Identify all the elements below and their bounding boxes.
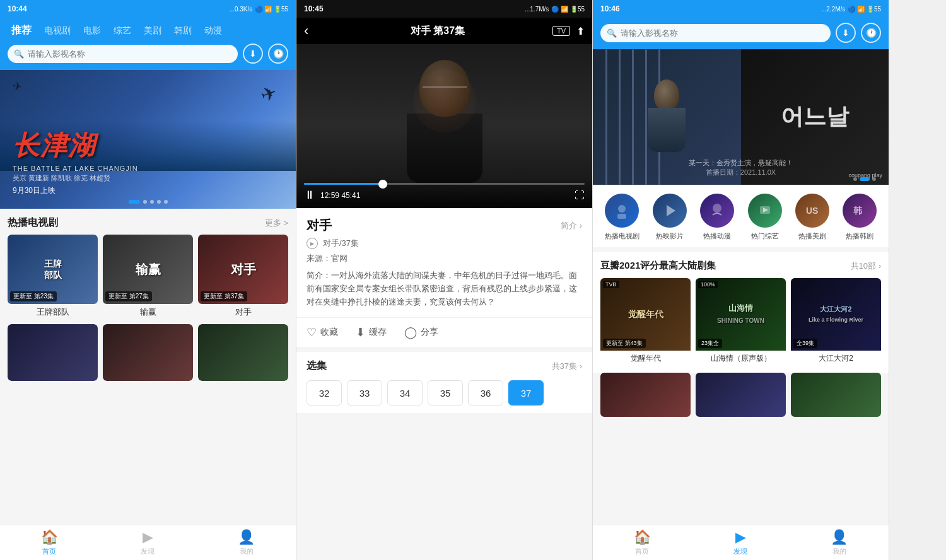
tv-card-wangpai[interactable]: 王牌 部队 更新至 第23集 王牌部队: [8, 235, 98, 319]
ep-btn-32[interactable]: 32: [307, 380, 342, 405]
home-icon-1: 🏠: [41, 529, 58, 545]
tab-variety[interactable]: 综艺: [107, 23, 137, 39]
status-bar-1: 10:44 ...0.3K/s 🔵 📶 🔋55: [0, 0, 296, 18]
profile-icon-1: 👤: [238, 529, 255, 545]
nav-profile-1[interactable]: 👤 我的: [197, 529, 296, 556]
nav-discover-label-3: 发现: [733, 547, 747, 556]
tv-card-duishou[interactable]: 对手 更新至 第37集 对手: [198, 235, 288, 319]
nav-home-1[interactable]: 🏠 首页: [0, 529, 98, 556]
progress-fill: [304, 183, 383, 185]
fullscreen-button[interactable]: ⛶: [575, 190, 585, 201]
panel2-scroll: 对手 简介 › ▶ 对手/37集 来源：官网 简介：一对从海外流落大陆的间谍夫妻…: [296, 208, 592, 560]
panel-home: 10:44 ...0.3K/s 🔵 📶 🔋55 推荐 电视剧 电影 综艺 美剧 …: [0, 0, 296, 560]
b3-dot-2: [860, 177, 870, 181]
source-from-row: 来源：官网: [307, 253, 582, 264]
korean-title: 어느날: [781, 102, 849, 132]
more-card-1[interactable]: [600, 373, 691, 417]
ep-btn-33[interactable]: 33: [347, 380, 382, 405]
tab-anime[interactable]: 动漫: [198, 23, 228, 39]
douban-grid: 觉醒年代 TVB 更新至 第43集 觉醒年代 山海情SHINING TOWN 1…: [600, 278, 881, 365]
home-icon-3: 🏠: [634, 529, 651, 545]
douban-badge-2: 100%: [698, 281, 718, 288]
cat-item-3[interactable]: 热播动漫: [700, 194, 734, 241]
hot-tv-title: 热播电视剧: [8, 216, 58, 230]
more-card-2[interactable]: [696, 373, 786, 417]
history-btn-3[interactable]: 🕐: [861, 23, 881, 43]
search-icon-3: 🔍: [607, 28, 617, 38]
douban-count[interactable]: 共10部 ›: [851, 260, 881, 272]
cat-item-2[interactable]: 热映影片: [653, 194, 687, 241]
search-input-1[interactable]: [8, 45, 238, 63]
back-button[interactable]: ‹: [304, 23, 323, 39]
hot-tv-header: 热播电视剧 更多 >: [0, 209, 296, 235]
status-bar-3: 10:46 ...2.2M/s 🔵 📶 🔋55: [593, 0, 889, 18]
tab-tv[interactable]: 电视剧: [38, 23, 77, 39]
jiangjie-link[interactable]: 简介 ›: [561, 220, 582, 231]
hot-tv-more[interactable]: 更多 >: [265, 218, 288, 229]
douban-header: 豆瓣2021评分最高大陆剧集 共10部 ›: [600, 260, 881, 272]
nav-discover-label-1: 发现: [141, 547, 155, 556]
banner-1[interactable]: ✈ ✈ 长津湖 THE BATTLE AT LAKE CHANGJIN 吴京 黄…: [0, 70, 296, 209]
douban-card-2[interactable]: 山海情SHINING TOWN 100% 23集全 山海情（原声版）: [696, 278, 786, 365]
status-icons-2: ...1.7M/s 🔵 📶 🔋55: [525, 6, 585, 13]
tab-kr-drama[interactable]: 韩剧: [168, 23, 198, 39]
svg-rect-1: [617, 214, 626, 219]
history-btn-1[interactable]: 🕐: [268, 44, 288, 64]
ep-btn-37[interactable]: 37: [508, 380, 544, 405]
download-btn-1[interactable]: ⬇: [243, 44, 263, 64]
source-from: 来源：官网: [307, 253, 347, 264]
nav-profile-3[interactable]: 👤 我的: [790, 529, 889, 556]
douban-section: 豆瓣2021评分最高大陆剧集 共10部 › 觉醒年代 TVB 更新至 第43集 …: [593, 252, 889, 373]
douban-card-1[interactable]: 觉醒年代 TVB 更新至 第43集 觉醒年代: [600, 278, 691, 365]
video-area[interactable]: ⏸ 12:59 45:41 ⛶: [296, 44, 592, 208]
panel1-scroll: ✈ ✈ 长津湖 THE BATTLE AT LAKE CHANGJIN 吴京 黄…: [0, 70, 296, 525]
p3-search-row: 🔍 ⬇ 🕐: [600, 23, 881, 43]
ep-btn-34[interactable]: 34: [387, 380, 423, 405]
cat-item-1[interactable]: 热播电视剧: [605, 194, 639, 241]
nav-profile-label-3: 我的: [832, 547, 846, 556]
panel-discover: 10:46 ...2.2M/s 🔵 📶 🔋55 🔍 ⬇ 🕐: [593, 0, 889, 560]
tv-badge[interactable]: TV: [552, 26, 570, 36]
ep-btn-35[interactable]: 35: [428, 380, 463, 405]
tv-name-duishou: 对手: [198, 304, 288, 319]
more-card-3[interactable]: [791, 373, 881, 417]
ep-btn-36[interactable]: 36: [468, 380, 503, 405]
bottom-nav-3: 🏠 首页 ▶ 发现 👤 我的: [593, 525, 889, 560]
douban-card-3[interactable]: 大江大河2Like a Flowing River 全39集 大江大河2: [791, 278, 881, 365]
tv-card-shuying[interactable]: 输赢 更新至 第27集 输赢: [103, 235, 193, 319]
tab-recommend[interactable]: 推荐: [5, 21, 38, 40]
douban-update-3: 全39集: [793, 339, 817, 348]
tv-thumb-shuying: 输赢 更新至 第27集: [103, 235, 193, 304]
share-icon[interactable]: ⬆: [576, 25, 585, 37]
tab-movie[interactable]: 电影: [77, 23, 107, 39]
svg-point-0: [618, 205, 626, 213]
tv-text-wangpai: 王牌 部队: [44, 258, 62, 281]
cat-item-5[interactable]: US 热播美剧: [795, 194, 829, 241]
cat-item-4[interactable]: 热门综艺: [748, 194, 782, 241]
banner-3[interactable]: 어느날 coupang play 某一天：金秀贤主演，悬疑高能！ 首播日期：20…: [593, 49, 889, 185]
tv-card-r2-2[interactable]: [103, 324, 193, 381]
tv-card-r2-3[interactable]: [198, 324, 288, 381]
video-title-row: 对手 简介 ›: [307, 217, 582, 234]
status-time-1: 10:44: [8, 4, 27, 13]
cache-button[interactable]: ⬇ 缓存: [356, 325, 387, 339]
nav-discover-1[interactable]: ▶ 发现: [98, 529, 197, 556]
download-icon: ⬇: [356, 325, 365, 339]
play-pause-button[interactable]: ⏸: [304, 189, 315, 202]
nav-home-3[interactable]: 🏠 首页: [593, 529, 691, 556]
douban-thumb-1: 觉醒年代 TVB 更新至 第43集: [600, 278, 691, 351]
bg-glow: [413, 69, 476, 132]
search-input-3[interactable]: [600, 24, 831, 42]
cat-circle-3: [700, 194, 734, 228]
share-button[interactable]: ◯ 分享: [404, 325, 438, 339]
tab-us-drama[interactable]: 美剧: [137, 23, 168, 39]
progress-bar[interactable]: [304, 183, 585, 185]
cat-item-6[interactable]: 韩 热播韩剧: [843, 194, 877, 241]
tv-card-r2-1[interactable]: [8, 324, 98, 381]
dot-3: [150, 200, 154, 204]
search-icon-1: 🔍: [14, 49, 24, 59]
collect-button[interactable]: ♡ 收藏: [307, 325, 338, 339]
total-episodes[interactable]: 共37集 ›: [552, 361, 582, 372]
nav-discover-3[interactable]: ▶ 发现: [691, 529, 790, 556]
download-btn-3[interactable]: ⬇: [836, 23, 856, 43]
